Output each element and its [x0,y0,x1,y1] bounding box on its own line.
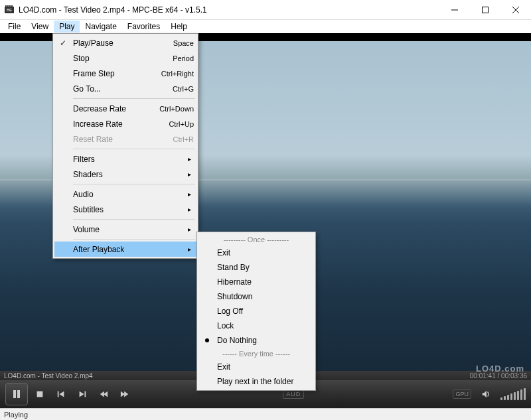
menu-play-pause[interactable]: ✓ Play/Pause Space [54,35,196,50]
submenu-shutdown[interactable]: Shutdown [198,289,314,304]
svg-marker-20 [124,391,128,397]
menu-separator [73,219,195,220]
check-icon: ✓ [60,38,66,48]
minimize-button[interactable] [439,0,470,20]
menu-play[interactable]: Play [54,21,80,33]
titlebar: BE LO4D.com - Test Video 2.mp4 - MPC-BE … [0,0,531,20]
submenu-header-once: --------- Once --------- [198,234,314,245]
next-button[interactable] [73,385,92,403]
close-button[interactable] [500,0,531,20]
svg-marker-15 [80,391,84,397]
svg-marker-14 [59,391,64,397]
step-forward-button[interactable] [115,385,134,403]
svg-marker-21 [483,391,487,398]
chevron-right-icon: ▸ [188,155,191,163]
chevron-right-icon: ▸ [188,171,191,178]
svg-marker-17 [100,391,104,397]
chevron-right-icon: ▸ [188,245,191,253]
menubar: File View Play Navigate Favorites Help [0,20,531,33]
menu-volume[interactable]: Volume ▸ [54,222,196,237]
submenu-header-every: ------ Every time ------ [198,348,314,360]
menu-navigate[interactable]: Navigate [80,21,121,33]
menu-favorites[interactable]: Favorites [122,21,165,33]
svg-text:BE: BE [7,8,12,12]
submenu-exit[interactable]: Exit [198,245,314,260]
after-playback-submenu: --------- Once --------- Exit Stand By H… [196,232,316,391]
audio-indicator[interactable]: AUD [283,389,304,399]
submenu-logoff[interactable]: Log Off [198,304,314,318]
menu-view[interactable]: View [26,21,54,33]
radio-selected-icon [205,338,209,342]
play-dropdown: ✓ Play/Pause Space Stop Period Frame Ste… [52,33,198,259]
svg-marker-19 [121,391,125,397]
maximize-button[interactable] [470,0,500,20]
pause-button[interactable] [5,383,28,405]
step-back-button[interactable] [94,385,113,403]
statusbar: Playing [0,408,531,420]
menu-help[interactable]: Help [165,21,192,33]
menu-subtitles[interactable]: Subtitles ▸ [54,202,196,217]
status-text: Playing [4,411,28,419]
menu-shaders[interactable]: Shaders ▸ [54,167,196,182]
volume-slider[interactable] [500,388,526,400]
svg-rect-3 [9,5,11,7]
menu-frame-step[interactable]: Frame Step Ctrl+Right [54,66,196,81]
svg-rect-2 [7,5,9,7]
svg-rect-7 [483,7,489,13]
svg-rect-11 [17,390,20,398]
menu-separator [73,239,195,240]
submenu-do-nothing[interactable]: Do Nothing [198,333,314,348]
svg-rect-16 [85,391,86,397]
submenu-lock[interactable]: Lock [198,318,314,333]
menu-separator [73,98,195,99]
menu-increase-rate[interactable]: Increase Rate Ctrl+Up [54,116,196,131]
submenu-hibernate[interactable]: Hibernate [198,275,314,289]
menu-reset-rate: Reset Rate Ctrl+R [54,131,196,147]
menu-go-to[interactable]: Go To... Ctrl+G [54,81,196,96]
menu-decrease-rate[interactable]: Decrease Rate Ctrl+Down [54,101,196,116]
stop-button[interactable] [31,385,49,403]
menu-filters[interactable]: Filters ▸ [54,151,196,167]
gpu-indicator[interactable]: GPU [453,389,471,399]
previous-button[interactable] [52,385,70,403]
chevron-right-icon: ▸ [188,206,191,213]
svg-rect-10 [13,390,16,398]
menu-separator [73,184,195,184]
window-title: LO4D.com - Test Video 2.mp4 - MPC-BE x64… [19,5,439,15]
watermark: LO4D.com [476,364,524,374]
menu-audio[interactable]: Audio ▸ [54,186,196,202]
menu-separator [73,149,195,149]
chevron-right-icon: ▸ [188,226,191,233]
svg-rect-13 [58,391,59,397]
svg-rect-12 [37,391,43,397]
submenu-play-next[interactable]: Play next in the folder [198,374,314,389]
chevron-right-icon: ▸ [188,190,191,198]
menu-file[interactable]: File [3,21,26,33]
app-icon: BE [4,5,15,15]
menu-after-playback[interactable]: After Playback ▸ [54,242,196,257]
svg-rect-1 [5,5,7,7]
submenu-exit-every[interactable]: Exit [198,360,314,374]
window-controls [439,0,531,20]
mute-button[interactable] [477,385,495,403]
submenu-standby[interactable]: Stand By [198,260,314,275]
menu-stop[interactable]: Stop Period [54,50,196,66]
svg-rect-4 [11,5,13,7]
svg-marker-18 [104,391,108,397]
